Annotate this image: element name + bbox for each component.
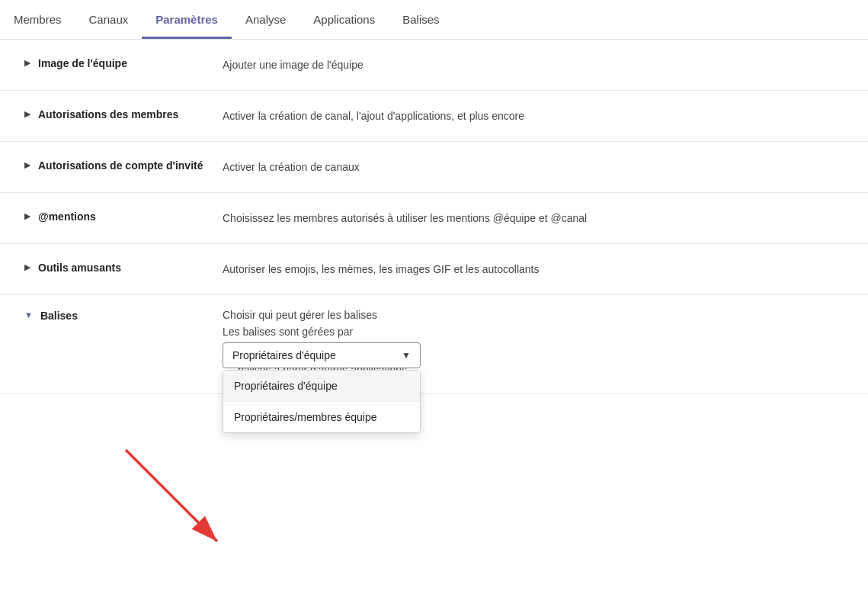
autorisations-invite-left: ▶Autorisations de compte d'invité xyxy=(24,159,223,174)
balises-right: Choisir qui peut gérer les balises Les b… xyxy=(223,309,844,368)
nav-item-membres[interactable]: Membres xyxy=(0,2,75,39)
balises-expanded: ▼ Balises Choisir qui peut gérer les bal… xyxy=(0,295,868,378)
balises-top: ▼ Balises Choisir qui peut gérer les bal… xyxy=(24,309,844,368)
nav-item-canaux[interactable]: Canaux xyxy=(75,2,143,39)
dropdown-option-0[interactable]: Propriétaires d'équipe xyxy=(223,371,420,402)
dropdown-option-1[interactable]: Propriétaires/membres équipe xyxy=(223,402,420,432)
section-autorisations-invite: ▶Autorisations de compte d'invitéActiver… xyxy=(0,142,868,193)
autorisations-invite-chevron[interactable]: ▶ xyxy=(24,160,30,170)
navigation-bar: MembresCanauxParamètresAnalyseApplicatio… xyxy=(0,0,868,40)
section-outils-amusants: ▶Outils amusantsAutoriser les emojis, le… xyxy=(0,244,868,295)
image-equipe-title: Image de l'équipe xyxy=(38,56,127,72)
nav-item-balises[interactable]: Balises xyxy=(389,2,453,39)
autorisations-invite-desc: Activer la création de canaux xyxy=(223,159,844,175)
mentions-chevron[interactable]: ▶ xyxy=(24,211,30,221)
dropdown-wrapper: Propriétaires d'équipe ▼ Propriétaires d… xyxy=(223,342,421,368)
nav-item-analyse[interactable]: Analyse xyxy=(232,2,299,39)
balises-section: ▼ Balises Choisir qui peut gérer les bal… xyxy=(0,295,868,394)
dropdown-selected-value: Propriétaires d'équipe xyxy=(232,349,336,361)
autorisations-membres-desc: Activer la création de canal, l'ajout d'… xyxy=(223,108,844,124)
autorisations-membres-chevron[interactable]: ▶ xyxy=(24,109,30,119)
autorisations-invite-title: Autorisations de compte d'invité xyxy=(38,159,203,174)
section-image-equipe: ▶Image de l'équipeAjouter une image de l… xyxy=(0,40,868,91)
image-equipe-left: ▶Image de l'équipe xyxy=(24,56,223,72)
settings-content: ▶Image de l'équipeAjouter une image de l… xyxy=(0,40,868,594)
outils-amusants-title: Outils amusants xyxy=(38,261,121,276)
image-equipe-chevron[interactable]: ▶ xyxy=(24,58,30,68)
balises-title: Balises xyxy=(40,309,78,324)
section-mentions: ▶@mentionsChoisissez les membres autoris… xyxy=(0,193,868,244)
mentions-title: @mentions xyxy=(38,210,96,225)
dropdown-sublabel: Les balises sont gérées par xyxy=(223,326,844,338)
nav-item-applications[interactable]: Applications xyxy=(299,2,389,39)
outils-amusants-chevron[interactable]: ▶ xyxy=(24,262,30,272)
nav-item-paramètres[interactable]: Paramètres xyxy=(142,2,232,39)
dropdown-label: Choisir qui peut gérer les balises xyxy=(223,309,844,321)
dropdown-menu: Propriétaires d'équipePropriétaires/memb… xyxy=(223,370,421,433)
section-autorisations-membres: ▶Autorisations des membresActiver la cré… xyxy=(0,91,868,142)
dropdown-select[interactable]: Propriétaires d'équipe ▼ xyxy=(223,342,421,368)
autorisations-membres-left: ▶Autorisations des membres xyxy=(24,108,223,123)
outils-amusants-left: ▶Outils amusants xyxy=(24,261,223,276)
mentions-left: ▶@mentions xyxy=(24,210,223,225)
outils-amusants-desc: Autoriser les emojis, les mèmes, les ima… xyxy=(223,261,844,278)
image-equipe-desc: Ajouter une image de l'équipe xyxy=(223,56,844,73)
balises-section-left: ▼ Balises xyxy=(24,309,223,324)
autorisations-membres-title: Autorisations des membres xyxy=(38,108,178,123)
mentions-desc: Choisissez les membres autorisés à utili… xyxy=(223,210,844,226)
balises-chevron[interactable]: ▼ xyxy=(24,310,33,319)
dropdown-chevron-icon: ▼ xyxy=(402,350,411,361)
